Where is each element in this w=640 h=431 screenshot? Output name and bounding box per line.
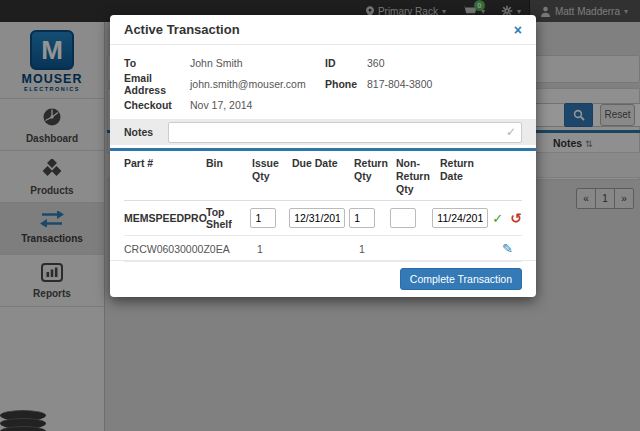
col-bin: Bin — [206, 157, 248, 196]
part-number: MEMSPEEDPRO — [124, 212, 202, 224]
id-value: 360 — [367, 57, 385, 69]
notes-check-icon: ✓ — [506, 125, 516, 139]
checkout-value: Nov 17, 2014 — [190, 99, 325, 111]
to-label: To — [124, 57, 190, 69]
table-row-memspeedpro: MEMSPEEDPRO Top Shelf ✓ ↺ — [124, 201, 522, 236]
active-transaction-modal: Active Transaction × To John Smith ID 36… — [110, 15, 536, 297]
modal-title: Active Transaction — [124, 22, 240, 37]
bin-value: Top Shelf — [206, 206, 246, 230]
col-part: Part # — [124, 157, 202, 196]
modal-footer: Complete Transaction — [110, 260, 536, 297]
return-date-input[interactable] — [432, 208, 488, 228]
col-non-return-qty: Non-Return Qty — [396, 157, 436, 196]
notes-input[interactable] — [168, 122, 522, 143]
edit-pencil-icon[interactable]: ✎ — [502, 241, 513, 256]
phone-label: Phone — [325, 78, 367, 90]
phone-value: 817-804-3800 — [367, 78, 432, 90]
col-issue-qty: Issue Qty — [252, 157, 288, 196]
col-return-date: Return Date — [440, 157, 498, 196]
parts-table-header: Part # Bin Issue Qty Due Date Return Qty… — [124, 151, 522, 201]
transaction-info: To John Smith ID 360 Email Address john.… — [110, 45, 536, 115]
complete-transaction-button[interactable]: Complete Transaction — [400, 268, 522, 290]
close-icon[interactable]: × — [514, 23, 522, 37]
confirm-icon[interactable]: ✓ — [492, 211, 503, 226]
notes-label: Notes — [124, 126, 160, 138]
col-return-qty: Return Qty — [354, 157, 392, 196]
return-qty-input[interactable] — [349, 208, 375, 228]
issue-qty-input[interactable] — [250, 208, 276, 228]
issue-qty-value: 1 — [252, 243, 288, 255]
due-date-input[interactable] — [289, 208, 345, 228]
to-value: John Smith — [190, 57, 325, 69]
email-label: Email Address — [124, 72, 190, 96]
col-due-date: Due Date — [292, 157, 350, 196]
checkout-label: Checkout — [124, 99, 190, 111]
return-qty-value: 1 — [354, 243, 392, 255]
modal-header: Active Transaction × — [110, 15, 536, 45]
table-row-crcw: CRCW06030000Z0EA 1 1 ✎ — [124, 236, 522, 262]
id-label: ID — [325, 57, 367, 69]
undo-icon[interactable]: ↺ — [510, 210, 522, 226]
part-number: CRCW06030000Z0EA — [124, 243, 202, 255]
parts-table: Part # Bin Issue Qty Due Date Return Qty… — [110, 151, 536, 262]
email-value: john.smith@mouser.com — [190, 78, 325, 90]
notes-bar: Notes ✓ — [110, 119, 536, 145]
non-return-qty-input[interactable] — [390, 208, 416, 228]
